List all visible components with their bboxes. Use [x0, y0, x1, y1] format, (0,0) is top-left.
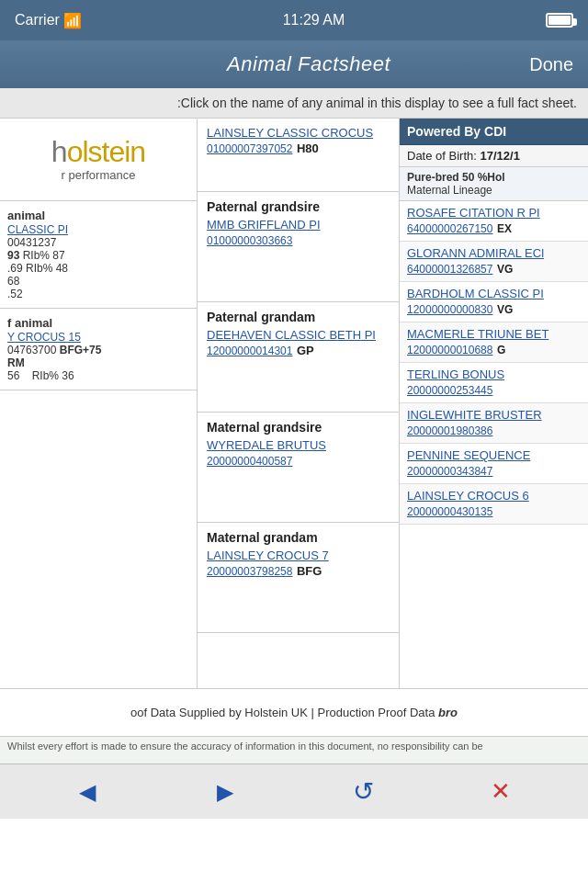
mid-top-animal: LAINSLEY CLASSIC CROCUS 01000007397052 H… [198, 119, 399, 192]
paternal-grandsire-id[interactable]: 01000000303663 [207, 234, 292, 247]
right-animal-row: MACMERLE TRIUNE BET 12000000010688 G [400, 322, 588, 363]
paternal-grandsire-cell: Paternal grandsire MMB GRIFFLAND PI 0100… [198, 192, 399, 302]
right-animal-grade-1: VG [497, 263, 513, 276]
left-column: holstein r performance animal CLASSIC PI… [0, 119, 198, 688]
right-animal-id-4[interactable]: 20000000253445 [407, 384, 492, 397]
instruction-bar: :Click on the name of any animal in this… [0, 88, 588, 119]
disclaimer-bar: Whilst every effort is made to ensure th… [0, 736, 588, 763]
right-animal-row: ROSAFE CITATION R PI 64000000267150 EX [400, 201, 588, 242]
right-animal-row: GLORANN ADMIRAL ECl 64000001326857 VG [400, 242, 588, 282]
wifi-icon: 📶 [63, 12, 82, 29]
footer-proof: oof Data Supplied by Holstein UK | Produ… [0, 688, 588, 736]
right-animal-id-6[interactable]: 20000000343847 [407, 465, 492, 478]
top-animal-name-link[interactable]: LAINSLEY CLASSIC CROCUS [207, 126, 390, 140]
middle-column: LAINSLEY CLASSIC CROCUS 01000007397052 H… [198, 119, 400, 688]
bottom-toolbar: ◀ ▶ ↺ ✕ [0, 763, 588, 819]
animal-regid-2: 04763700 BFG+75 [7, 344, 189, 356]
powered-by-header: Powered By CDI [400, 119, 588, 145]
right-animal-row: BARDHOLM CLASSIC PI 12000000000830 VG [400, 282, 588, 322]
right-animal-row: INGLEWHITE BRUSTER 20000001980386 [400, 403, 588, 444]
right-animal-name-0[interactable]: ROSAFE CITATION R PI [407, 206, 581, 220]
maternal-grandsire-cell: Maternal grandsire WYREDALE BRUTUS 20000… [198, 413, 399, 523]
paternal-grandam-grade: GP [297, 344, 314, 357]
animal-score2-1: .69 RIb% 48 [7, 262, 189, 275]
main-content: holstein r performance animal CLASSIC PI… [0, 119, 588, 688]
close-button[interactable]: ✕ [482, 774, 519, 810]
right-animal-name-7[interactable]: LAINSLEY CROCUS 6 [407, 489, 581, 503]
right-animal-name-1[interactable]: GLORANN ADMIRAL ECl [407, 246, 581, 260]
right-animal-name-4[interactable]: TERLING BONUS [407, 368, 581, 381]
reload-button[interactable]: ↺ [345, 774, 381, 810]
logo-sub: r performance [51, 168, 145, 182]
forward-button[interactable]: ▶ [207, 774, 243, 810]
nav-bar: Animal Factsheet Done [0, 40, 588, 88]
maternal-grandam-label: Maternal grandam [207, 530, 390, 545]
battery-icon [546, 13, 573, 28]
animal-rm: RM [7, 356, 189, 369]
right-animal-row: TERLING BONUS 20000000253445 [400, 363, 588, 403]
right-animal-id-0[interactable]: 64000000267150 [407, 222, 492, 235]
animal-name-link-1[interactable]: CLASSIC PI [7, 223, 68, 236]
right-animal-name-6[interactable]: PENNINE SEQUENCE [407, 448, 581, 462]
right-animal-id-1[interactable]: 64000001326857 [407, 263, 492, 276]
logo-area: holstein r performance [0, 119, 197, 201]
paternal-grandsire-label: Paternal grandsire [207, 199, 390, 214]
back-button[interactable]: ◀ [69, 774, 106, 810]
right-animal-row: PENNINE SEQUENCE 20000000343847 [400, 444, 588, 484]
purebred-label: Pure-bred 50 %Hol [407, 171, 581, 184]
animal-score3-1: 68 [7, 275, 189, 288]
animal-info-1: animal CLASSIC PI 00431237 93 RIb% 87 .6… [0, 201, 197, 309]
dob-row: Date of Birth: 17/12/1 [400, 145, 588, 167]
right-animal-name-2[interactable]: BARDHOLM CLASSIC PI [407, 287, 581, 300]
right-animal-row: LAINSLEY CROCUS 6 20000000430135 [400, 484, 588, 525]
top-animal-grade: H80 [297, 141, 319, 155]
right-animal-grade-3: G [497, 344, 505, 356]
maternal-grandsire-label: Maternal grandsire [207, 420, 390, 435]
maternal-grandam-name[interactable]: LAINSLEY CROCUS 7 [207, 548, 390, 562]
right-animal-name-3[interactable]: MACMERLE TRIUNE BET [407, 327, 581, 341]
animal-name-link-2[interactable]: Y CROCUS 15 [7, 331, 81, 344]
time-label: 11:29 AM [283, 12, 345, 28]
maternal-grandam-id[interactable]: 20000003798258 [207, 565, 292, 578]
top-animal-id[interactable]: 01000007397052 [207, 142, 292, 155]
footer-text: oof Data Supplied by Holstein UK | Produ… [130, 706, 458, 719]
maternal-grandam-cell: Maternal grandam LAINSLEY CROCUS 7 20000… [198, 523, 399, 633]
maternal-grandsire-id[interactable]: 20000000400587 [207, 455, 292, 468]
animal-score4-1: .52 [7, 288, 189, 300]
paternal-grandam-label: Paternal grandam [207, 310, 390, 324]
right-animal-id-3[interactable]: 12000000010688 [407, 344, 492, 356]
animal-info-2: f animal Y CROCUS 15 04763700 BFG+75 RM … [0, 309, 197, 390]
status-bar: Carrier 📶 11:29 AM [0, 0, 588, 40]
animal-label-2: f animal [7, 316, 189, 330]
logo-holstein: holstein [51, 137, 145, 166]
done-button[interactable]: Done [529, 54, 573, 75]
right-animal-id-7[interactable]: 20000000430135 [407, 505, 492, 518]
right-animal-id-2[interactable]: 12000000000830 [407, 303, 492, 316]
instruction-text: :Click on the name of any animal in this… [177, 96, 577, 110]
maternal-grandam-grade: BFG [297, 564, 322, 578]
disclaimer-text: Whilst every effort is made to ensure th… [7, 741, 483, 752]
right-animal-list: ROSAFE CITATION R PI 64000000267150 EX G… [400, 201, 588, 525]
animal-regid-1: 00431237 [7, 236, 189, 249]
maternal-grandsire-name[interactable]: WYREDALE BRUTUS [207, 438, 390, 452]
right-animal-id-5[interactable]: 20000001980386 [407, 424, 492, 437]
purebred-row: Pure-bred 50 %Hol Maternal Lineage [400, 167, 588, 201]
status-left: Carrier 📶 [15, 12, 82, 29]
powered-label: Powered By CDI [407, 124, 506, 139]
dob-value: 17/12/1 [481, 149, 520, 163]
animal-score-2: 56 RIb% 36 [7, 369, 189, 382]
right-animal-grade-2: VG [497, 303, 513, 316]
dob-label: Date of Birth: [407, 149, 477, 163]
right-column: Powered By CDI Date of Birth: 17/12/1 Pu… [400, 119, 588, 688]
paternal-grandsire-name[interactable]: MMB GRIFFLAND PI [207, 218, 390, 232]
paternal-grandam-cell: Paternal grandam DEEHAVEN CLASSIC BETH P… [198, 302, 399, 413]
animal-label-1: animal [7, 209, 189, 222]
right-animal-name-5[interactable]: INGLEWHITE BRUSTER [407, 408, 581, 422]
paternal-grandam-name[interactable]: DEEHAVEN CLASSIC BETH PI [207, 328, 390, 342]
animal-score-1: 93 RIb% 87 [7, 249, 189, 262]
paternal-grandam-id[interactable]: 12000000014301 [207, 345, 292, 357]
nav-title: Animal Factsheet [227, 52, 390, 76]
maternal-lineage-label: Maternal Lineage [407, 184, 581, 197]
right-animal-grade-0: EX [497, 222, 512, 235]
carrier-label: Carrier [15, 12, 60, 28]
